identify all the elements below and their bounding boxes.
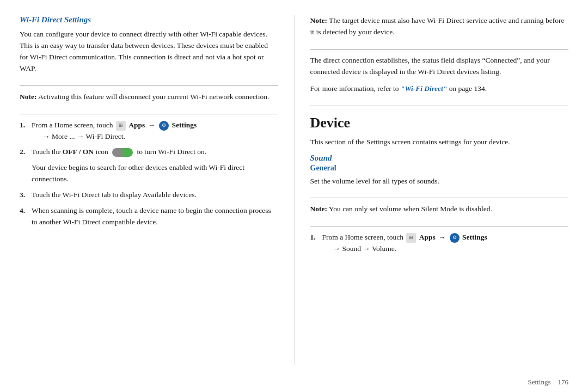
settings-label-right: Settings bbox=[462, 233, 487, 241]
divider-right-1 bbox=[310, 49, 569, 50]
step-1-content: From a Home screen, touch ⊞ Apps → ⚙ Set… bbox=[32, 120, 278, 143]
step-1-num: 1. bbox=[20, 120, 28, 131]
step-1: 1. From a Home screen, touch ⊞ Apps → ⚙ … bbox=[20, 120, 278, 143]
divider-1 bbox=[20, 85, 278, 86]
direct-connection-para: The direct connection establishes, the s… bbox=[310, 55, 569, 78]
step-2: 2. Touch the OFF / ON icon to turn Wi-Fi… bbox=[20, 146, 278, 158]
arrow-1a: → bbox=[148, 121, 155, 129]
apps-icon-right: ⊞ bbox=[406, 233, 416, 243]
note-2-bold: Note: bbox=[310, 205, 327, 213]
wifi-direct-title: Wi-Fi Direct Settings bbox=[20, 15, 278, 24]
general-subtitle: General bbox=[310, 164, 569, 173]
step-4: 4. When scanning is complete, touch a de… bbox=[20, 205, 278, 228]
divider-right-4 bbox=[310, 226, 569, 226]
apps-label-left: Apps bbox=[128, 121, 145, 129]
steps-list-left: 1. From a Home screen, touch ⊞ Apps → ⚙ … bbox=[20, 120, 278, 232]
step-3: 3. Touch the Wi-Fi Direct tab to display… bbox=[20, 189, 278, 201]
device-intro-text: This section of the Settings screen cont… bbox=[310, 137, 569, 148]
note-1-bold: Note: bbox=[20, 93, 36, 101]
sound-title: Sound bbox=[310, 154, 569, 163]
toggle-on bbox=[122, 148, 133, 157]
more-info-para: For more information, refer to "Wi-Fi Di… bbox=[310, 83, 569, 95]
left-column: Wi-Fi Direct Settings You can configure … bbox=[20, 15, 278, 365]
note-2: Note: You can only set volume when Silen… bbox=[310, 204, 569, 215]
settings-icon-right: ⚙ bbox=[450, 233, 460, 243]
steps-list-right: 1. From a Home screen, touch ⊞ Apps → ⚙ … bbox=[310, 232, 569, 259]
note-1-text: Activating this feature will disconnect … bbox=[36, 93, 269, 101]
off-on-text: OFF / ON bbox=[63, 148, 94, 156]
step-2-sub: Your device begins to search for other d… bbox=[20, 162, 278, 185]
step-4-content: When scanning is complete, touch a devic… bbox=[32, 205, 278, 228]
step-1-sub: → More ... → Wi-Fi Direct. bbox=[42, 131, 278, 143]
right-step-1-num: 1. bbox=[310, 232, 319, 243]
step-2-num: 2. bbox=[20, 146, 28, 158]
apps-label-right: Apps bbox=[419, 233, 436, 241]
page-footer: Settings 176 bbox=[0, 376, 588, 392]
settings-label-left: Settings bbox=[172, 121, 197, 129]
divider-right-3 bbox=[310, 198, 569, 198]
divider-2 bbox=[20, 114, 278, 114]
device-heading: Device bbox=[310, 115, 569, 131]
right-step-1-sub: → Sound → Volume. bbox=[333, 243, 569, 255]
right-column: Note: The target device must also have W… bbox=[295, 15, 569, 365]
wifi-intro-text: You can configure your device to connect… bbox=[20, 29, 278, 75]
note-top-bold: Note: bbox=[310, 16, 327, 24]
step-4-num: 4. bbox=[20, 205, 28, 217]
arrow-right-1a: → bbox=[438, 233, 445, 241]
step-3-num: 3. bbox=[20, 189, 28, 201]
note-top-text: The target device must also have Wi-Fi D… bbox=[310, 16, 565, 36]
toggle-icon bbox=[112, 148, 133, 157]
wifi-direct-ref: "Wi-Fi Direct" bbox=[401, 84, 447, 93]
right-step-1: 1. From a Home screen, touch ⊞ Apps → ⚙ … bbox=[310, 232, 569, 255]
step-2-content: Touch the OFF / ON icon to turn Wi-Fi Di… bbox=[32, 146, 278, 158]
step-3-content: Touch the Wi-Fi Direct tab to display Av… bbox=[32, 189, 278, 201]
footer-label: Settings bbox=[528, 378, 551, 387]
step-2-sub-text: Your device begins to search for other d… bbox=[32, 162, 278, 185]
apps-icon-left: ⊞ bbox=[116, 121, 126, 131]
note-2-text: You can only set volume when Silent Mode… bbox=[327, 205, 492, 213]
note-top: Note: The target device must also have W… bbox=[310, 15, 569, 38]
footer-page-num: 176 bbox=[558, 378, 569, 387]
right-step-1-content: From a Home screen, touch ⊞ Apps → ⚙ Set… bbox=[322, 232, 569, 255]
divider-right-2 bbox=[310, 106, 569, 106]
toggle-off bbox=[112, 148, 122, 157]
note-1: Note: Activating this feature will disco… bbox=[20, 91, 278, 103]
settings-icon-left: ⚙ bbox=[159, 121, 169, 131]
general-text: Set the volume level for all types of so… bbox=[310, 176, 569, 187]
